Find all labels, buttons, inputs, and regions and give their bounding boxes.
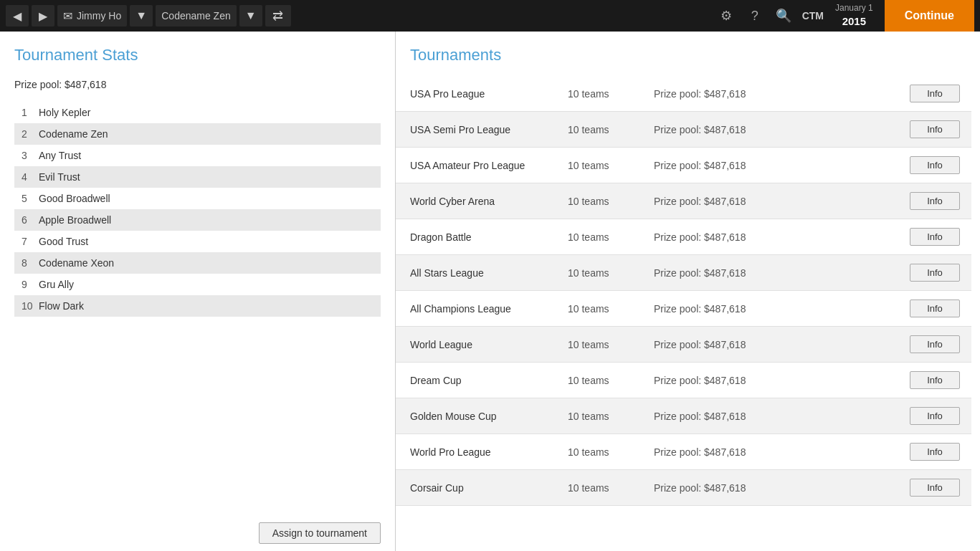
tournament-teams: 10 teams xyxy=(568,160,654,171)
swap-button[interactable]: ⇄ xyxy=(265,5,291,27)
team-name-label: Apple Broadwell xyxy=(39,214,111,226)
team-list-item: 8Codename Xeon xyxy=(14,252,381,274)
tournament-teams: 10 teams xyxy=(568,303,654,315)
tournament-name: USA Amateur Pro League xyxy=(410,160,568,171)
date-display: January 1 2015 xyxy=(829,3,879,28)
tournament-prize: Prize pool: $487,618 xyxy=(654,231,910,243)
search-button[interactable]: 🔍 xyxy=(771,5,796,27)
tournament-row: Dream Cup 10 teams Prize pool: $487,618 … xyxy=(396,363,971,398)
tournament-row: Dragon Battle 10 teams Prize pool: $487,… xyxy=(396,219,971,255)
tournament-teams: 10 teams xyxy=(568,411,654,422)
tournament-row: All Champions League 10 teams Prize pool… xyxy=(396,291,971,327)
player-dropdown-button[interactable]: ▼ xyxy=(130,5,153,27)
tournament-row: All Stars League 10 teams Prize pool: $4… xyxy=(396,255,971,291)
tournament-list: USA Pro League 10 teams Prize pool: $487… xyxy=(396,76,980,551)
info-button[interactable]: Info xyxy=(910,228,960,246)
settings-button[interactable]: ⚙ xyxy=(713,5,739,27)
tournament-row: World Pro League 10 teams Prize pool: $4… xyxy=(396,434,971,470)
info-button[interactable]: Info xyxy=(910,192,960,210)
team-rank: 3 xyxy=(22,150,39,161)
right-panel: Tournaments USA Pro League 10 teams Priz… xyxy=(396,32,980,551)
tournament-name: All Stars League xyxy=(410,267,568,279)
tournament-name: USA Pro League xyxy=(410,88,568,100)
tournament-name: Dragon Battle xyxy=(410,231,568,243)
team-name-label: Codename Zen xyxy=(39,128,108,140)
team-rank: 9 xyxy=(22,279,39,290)
assign-btn-wrap: Assign to tournament xyxy=(14,514,381,544)
tournament-row: USA Pro League 10 teams Prize pool: $487… xyxy=(396,76,971,112)
help-button[interactable]: ? xyxy=(742,5,768,27)
prize-pool: Prize pool: $487,618 xyxy=(14,79,381,90)
tournament-row: World Cyber Arena 10 teams Prize pool: $… xyxy=(396,183,971,219)
tournament-teams: 10 teams xyxy=(568,339,654,350)
tournament-teams: 10 teams xyxy=(568,375,654,386)
date-year: 2015 xyxy=(835,14,873,29)
tournament-prize: Prize pool: $487,618 xyxy=(654,482,910,494)
tournament-name: Dream Cup xyxy=(410,375,568,386)
info-button[interactable]: Info xyxy=(910,407,960,425)
tournament-teams: 10 teams xyxy=(568,446,654,458)
tournament-name: Corsair Cup xyxy=(410,482,568,494)
team-name-label: Codename Xeon xyxy=(39,257,114,269)
team-dropdown-button[interactable]: ▼ xyxy=(239,5,262,27)
team-name-label: Gru Ally xyxy=(39,279,74,290)
tournament-prize: Prize pool: $487,618 xyxy=(654,411,910,422)
team-list-item: 4Evil Trust xyxy=(14,166,381,188)
info-button[interactable]: Info xyxy=(910,156,960,174)
team-name-label: Good Broadwell xyxy=(39,193,110,204)
tournament-prize: Prize pool: $487,618 xyxy=(654,88,910,100)
tournaments-title: Tournaments xyxy=(396,46,980,64)
team-rank: 10 xyxy=(22,300,39,312)
profile-section: ✉ Jimmy Ho xyxy=(57,5,127,27)
ctm-label: CTM xyxy=(799,10,827,21)
team-list-item: 3Any Trust xyxy=(14,145,381,166)
team-list-item: 5Good Broadwell xyxy=(14,188,381,209)
date-line1: January 1 xyxy=(835,3,873,14)
tournament-name: All Champions League xyxy=(410,303,568,315)
team-list-item: 1Holy Kepler xyxy=(14,102,381,123)
tournament-teams: 10 teams xyxy=(568,482,654,494)
tournament-prize: Prize pool: $487,618 xyxy=(654,446,910,458)
team-list-item: 9Gru Ally xyxy=(14,274,381,295)
team-rank: 6 xyxy=(22,214,39,226)
info-button[interactable]: Info xyxy=(910,120,960,138)
tournament-prize: Prize pool: $487,618 xyxy=(654,375,910,386)
info-button[interactable]: Info xyxy=(910,479,960,497)
team-name-label: Any Trust xyxy=(39,150,81,161)
team-name-label: Holy Kepler xyxy=(39,107,90,118)
tournament-row: Golden Mouse Cup 10 teams Prize pool: $4… xyxy=(396,398,971,434)
team-selector[interactable]: Codename Zen xyxy=(156,5,237,27)
team-rank: 5 xyxy=(22,193,39,204)
info-button[interactable]: Info xyxy=(910,300,960,317)
info-button[interactable]: Info xyxy=(910,335,960,353)
tournament-stats-title: Tournament Stats xyxy=(14,46,381,64)
tournament-row: USA Amateur Pro League 10 teams Prize po… xyxy=(396,148,971,183)
info-button[interactable]: Info xyxy=(910,443,960,461)
tournament-prize: Prize pool: $487,618 xyxy=(654,303,910,315)
tournament-teams: 10 teams xyxy=(568,88,654,100)
prize-pool-label: Prize pool: xyxy=(14,79,62,90)
tournament-row: USA Semi Pro League 10 teams Prize pool:… xyxy=(396,112,971,148)
tournament-name: World Cyber Arena xyxy=(410,196,568,207)
team-list-item: 10Flow Dark xyxy=(14,295,381,317)
team-list-item: 6Apple Broadwell xyxy=(14,209,381,231)
prize-pool-value: $487,618 xyxy=(65,79,106,90)
continue-button[interactable]: Continue xyxy=(885,0,974,32)
team-list: 1Holy Kepler2Codename Zen3Any Trust4Evil… xyxy=(14,102,381,514)
assign-to-tournament-button[interactable]: Assign to tournament xyxy=(259,522,381,544)
info-button[interactable]: Info xyxy=(910,264,960,282)
team-list-item: 7Good Trust xyxy=(14,231,381,252)
team-name-label: Flow Dark xyxy=(39,300,84,312)
left-panel: Tournament Stats Prize pool: $487,618 1H… xyxy=(0,32,396,551)
info-button[interactable]: Info xyxy=(910,371,960,389)
team-name-label: Good Trust xyxy=(39,236,88,247)
team-rank: 2 xyxy=(22,128,39,140)
info-button[interactable]: Info xyxy=(910,85,960,102)
back-button[interactable]: ◀ xyxy=(6,5,29,27)
team-rank: 1 xyxy=(22,107,39,118)
tournament-prize: Prize pool: $487,618 xyxy=(654,267,910,279)
tournament-prize: Prize pool: $487,618 xyxy=(654,196,910,207)
team-rank: 8 xyxy=(22,257,39,269)
forward-button[interactable]: ▶ xyxy=(32,5,54,27)
mail-icon: ✉ xyxy=(63,9,72,23)
